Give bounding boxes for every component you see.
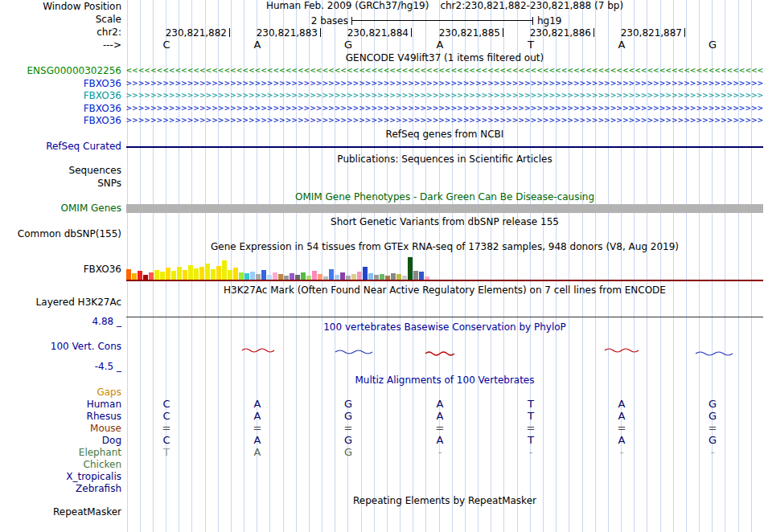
alignment-base: - [523, 446, 539, 458]
species-label[interactable]: Dog [0, 435, 121, 446]
gtex-bar[interactable] [199, 267, 204, 280]
gene-model[interactable]: <<<<<<<<<<<<<<<<<<<<<<<<<<<<<<<<<<<<<<<<… [126, 65, 763, 76]
phylop-axis-max: 4.88 _ [0, 317, 121, 327]
refseq-curated-label[interactable]: RefSeq Curated [0, 141, 121, 152]
gtex-bar[interactable] [244, 273, 249, 280]
gtex-bar[interactable] [318, 274, 322, 280]
gtex-bar[interactable] [188, 265, 193, 280]
h3k27ac-track-title[interactable]: H3K27Ac Mark (Often Found Near Active Re… [126, 285, 763, 296]
common-dbsnp-label[interactable]: Common dbSNP(155) [0, 229, 121, 239]
ruler-base: A [432, 39, 448, 51]
gtex-bar[interactable] [357, 272, 362, 280]
gene-label[interactable]: FBXO36 [0, 78, 121, 89]
gtex-bar[interactable] [413, 271, 418, 280]
gtex-bar[interactable] [256, 274, 261, 280]
gene-label[interactable]: FBXO36 [0, 115, 121, 126]
gtex-bar[interactable] [290, 273, 294, 280]
gene-label[interactable]: FBXO36 [0, 103, 121, 114]
gtex-bar[interactable] [138, 271, 142, 280]
vert-cons-label[interactable]: 100 Vert. Cons [0, 342, 121, 352]
species-label[interactable]: Mouse [0, 423, 121, 434]
repeatmasker-track-title[interactable]: Repeating Elements by RepeatMasker [126, 496, 763, 506]
gtex-bar[interactable] [211, 269, 216, 280]
gtex-bar[interactable] [301, 272, 306, 280]
snps-label[interactable]: SNPs [0, 178, 121, 189]
phylop-axis-min: -4.5 _ [0, 362, 121, 372]
omim-track-title[interactable]: OMIM Gene Phenotypes - Dark Green Can Be… [126, 192, 763, 203]
gtex-bar[interactable] [205, 264, 210, 280]
gtex-bar[interactable] [250, 272, 255, 280]
gtex-bar[interactable] [222, 260, 227, 280]
phylop-track-title[interactable]: 100 vertebrates Basewise Conservation by… [126, 322, 763, 333]
gtex-gene-label[interactable]: FBXO36 [0, 264, 121, 275]
gtex-bar[interactable] [340, 272, 345, 280]
omim-gene-bar[interactable] [126, 204, 763, 213]
scale-bar-right-tick [532, 17, 533, 25]
gtex-bar[interactable] [312, 271, 317, 280]
refseq-gene-line[interactable] [126, 146, 763, 148]
alignment-base: C [158, 434, 175, 446]
alignment-base: A [432, 398, 448, 410]
alignment-base: - [432, 446, 448, 458]
gene-model[interactable]: >>>>>>>>>>>>>>>>>>>>>>>>>>>>>>>>>>>>>>>>… [126, 78, 763, 89]
gene-model[interactable]: >>>>>>>>>>>>>>>>>>>>>>>>>>>>>>>>>>>>>>>>… [126, 103, 763, 114]
gtex-bar[interactable] [273, 272, 277, 280]
omim-genes-label[interactable]: OMIM Genes [0, 203, 121, 214]
h3k27ac-label[interactable]: Layered H3K27Ac [0, 297, 121, 308]
gtex-bar[interactable] [233, 268, 238, 280]
gtex-bar[interactable] [278, 274, 283, 280]
species-label[interactable]: Elephant [0, 447, 121, 458]
gtex-bar[interactable] [391, 273, 396, 280]
gtex-bar[interactable] [132, 273, 137, 280]
gtex-bar[interactable] [126, 269, 131, 280]
gencode-track-title[interactable]: GENCODE V49lift37 (1 items filtered out) [126, 53, 763, 63]
coordinate-label: 230,821,883 [242, 27, 318, 39]
publications-track-title[interactable]: Publications: Sequences in Scientific Ar… [126, 154, 763, 165]
gtex-bar[interactable] [396, 274, 401, 280]
gtex-bar[interactable] [160, 272, 165, 280]
species-label[interactable]: Zebrafish [0, 483, 121, 494]
gtex-track-title[interactable]: Gene Expression in 54 tissues from GTEx … [126, 242, 763, 252]
gtex-bar[interactable] [194, 268, 199, 280]
alignment-base: A [432, 410, 448, 422]
alignment-base: A [614, 398, 630, 410]
gtex-bar[interactable] [419, 272, 424, 280]
species-label[interactable]: Chicken [0, 459, 121, 470]
repeatmasker-label[interactable]: RepeatMasker [0, 507, 121, 518]
ruler-base: T [523, 39, 539, 51]
gtex-bar[interactable] [261, 270, 266, 280]
gtex-bar[interactable] [183, 270, 187, 280]
sequences-label[interactable]: Sequences [0, 166, 121, 176]
gtex-bar[interactable] [363, 267, 368, 280]
dbsnp-track-title[interactable]: Short Genetic Variants from dbSNP releas… [126, 217, 763, 227]
gtex-bar[interactable] [380, 274, 384, 280]
gtex-bar[interactable] [228, 270, 232, 280]
coordinate-tick [320, 28, 321, 37]
multiz-track-title[interactable]: Multiz Alignments of 100 Vertebrates [126, 375, 763, 386]
species-label[interactable]: Gaps [0, 387, 121, 398]
gtex-bar[interactable] [329, 269, 334, 280]
gtex-bar[interactable] [166, 268, 170, 280]
gtex-bar[interactable] [351, 274, 356, 280]
species-label[interactable]: X_tropicalis [0, 471, 121, 482]
gene-label[interactable]: FBXO36 [0, 90, 121, 101]
species-label[interactable]: Rhesus [0, 411, 121, 422]
gtex-bar[interactable] [149, 272, 154, 280]
gtex-bar[interactable] [408, 257, 413, 280]
genome-browser: Window Position Human Feb. 2009 (GRCh37/… [0, 0, 764, 532]
ruler-base: A [249, 39, 265, 51]
gene-model[interactable]: >>>>>>>>>>>>>>>>>>>>>>>>>>>>>>>>>>>>>>>>… [126, 115, 763, 126]
species-label[interactable]: Human [0, 399, 121, 410]
gtex-bar[interactable] [171, 271, 176, 280]
window-position-label: Window Position [0, 2, 121, 12]
gene-model[interactable]: >>>>>>>>>>>>>>>>>>>>>>>>>>>>>>>>>>>>>>>>… [126, 90, 763, 101]
gtex-bar[interactable] [216, 266, 221, 280]
gene-label[interactable]: ENSG00000302256 [0, 65, 121, 76]
gtex-bar[interactable] [177, 267, 182, 280]
alignment-base: G [340, 434, 356, 446]
gtex-bar[interactable] [239, 272, 244, 280]
gtex-bar[interactable] [368, 273, 373, 280]
refseq-track-title[interactable]: RefSeq genes from NCBI [126, 129, 763, 140]
gtex-bar[interactable] [154, 270, 159, 280]
ruler-base: C [158, 39, 175, 51]
